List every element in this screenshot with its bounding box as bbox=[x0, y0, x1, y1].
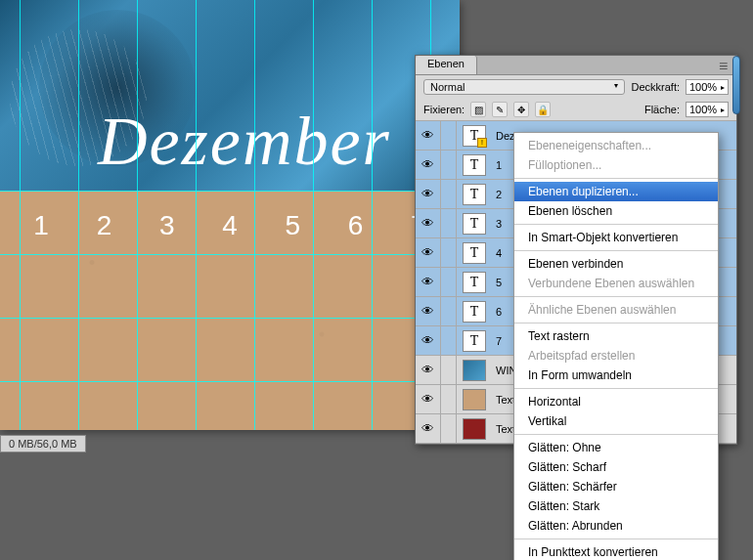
fill-field[interactable]: 100%▸ bbox=[686, 102, 729, 117]
menu-item: Arbeitspfad erstellen bbox=[514, 346, 718, 366]
menu-separator bbox=[514, 538, 718, 539]
panel-menu-icon[interactable]: ≡ bbox=[719, 58, 732, 71]
visibility-toggle-icon[interactable]: 👁 bbox=[416, 151, 441, 179]
menu-item[interactable]: Glätten: Scharf bbox=[514, 457, 718, 477]
menu-item[interactable]: Vertikal bbox=[514, 411, 718, 431]
menu-item[interactable]: Ebenen löschen bbox=[514, 201, 718, 221]
link-column[interactable] bbox=[441, 238, 457, 267]
opacity-value: 100% bbox=[689, 81, 717, 93]
status-bar: 0 MB/56,0 MB bbox=[0, 435, 86, 452]
layer-thumbnail: T bbox=[463, 272, 486, 293]
document-canvas[interactable]: Dezember 1234567 0 MB/56,0 MB bbox=[0, 0, 460, 560]
link-column[interactable] bbox=[441, 151, 457, 179]
visibility-toggle-icon[interactable]: 👁 bbox=[416, 326, 441, 355]
menu-separator bbox=[514, 296, 718, 297]
day-number: 5 bbox=[285, 210, 300, 241]
menu-item[interactable]: Ebenen verbinden bbox=[514, 254, 718, 274]
menu-separator bbox=[514, 323, 718, 323]
menu-separator bbox=[514, 434, 718, 435]
lock-transparency-icon[interactable]: ▨ bbox=[470, 102, 486, 117]
lock-pixels-icon[interactable]: ✎ bbox=[492, 102, 508, 117]
day-number: 2 bbox=[97, 210, 112, 241]
layer-thumbnail: T! bbox=[463, 125, 486, 147]
link-column[interactable] bbox=[441, 297, 457, 325]
menu-item[interactable]: In Smart-Objekt konvertieren bbox=[514, 228, 718, 247]
layer-thumbnail: T bbox=[463, 242, 486, 264]
menu-separator bbox=[514, 178, 718, 179]
blend-mode-value: Normal bbox=[430, 81, 465, 93]
menu-item[interactable]: Text rastern bbox=[514, 326, 718, 346]
layer-thumbnail: T bbox=[463, 154, 486, 176]
opacity-label: Deckkraft: bbox=[631, 81, 680, 93]
warning-icon: ! bbox=[477, 138, 487, 148]
lock-label: Fixieren: bbox=[423, 104, 465, 115]
menu-item[interactable]: Glätten: Abrunden bbox=[514, 516, 718, 536]
link-column[interactable] bbox=[441, 180, 457, 208]
layer-thumbnail: T bbox=[463, 184, 486, 205]
calendar-grid-bg: 1234567 bbox=[0, 191, 460, 430]
blend-mode-select[interactable]: Normal ▾ bbox=[423, 79, 625, 95]
link-column[interactable] bbox=[441, 326, 457, 355]
layer-thumbnail: T bbox=[463, 301, 486, 323]
lock-position-icon[interactable]: ✥ bbox=[513, 102, 529, 117]
day-number: 4 bbox=[222, 210, 238, 241]
visibility-toggle-icon[interactable]: 👁 bbox=[416, 385, 441, 413]
visibility-toggle-icon[interactable]: 👁 bbox=[416, 414, 441, 443]
menu-item[interactable]: In Punkttext konvertieren bbox=[514, 542, 718, 560]
layers-tab[interactable]: Ebenen bbox=[416, 56, 477, 74]
link-column[interactable] bbox=[441, 268, 457, 296]
visibility-toggle-icon[interactable]: 👁 bbox=[416, 121, 441, 150]
menu-item: Ähnliche Ebenen auswählen bbox=[514, 300, 718, 320]
menu-item[interactable]: Glätten: Schärfer bbox=[514, 477, 718, 496]
link-column[interactable] bbox=[441, 209, 457, 237]
layer-thumbnail: T bbox=[463, 213, 486, 235]
menu-separator bbox=[514, 250, 718, 251]
layer-thumbnail: T bbox=[463, 330, 486, 352]
menu-separator bbox=[514, 224, 718, 225]
opacity-field[interactable]: 100%▸ bbox=[686, 79, 729, 95]
menu-item[interactable]: In Form umwandeln bbox=[514, 366, 718, 385]
layer-context-menu: Ebeneneigenschaften...Fülloptionen...Ebe… bbox=[513, 132, 719, 560]
visibility-toggle-icon[interactable]: 👁 bbox=[416, 238, 441, 267]
visibility-toggle-icon[interactable]: 👁 bbox=[416, 297, 441, 325]
menu-item[interactable]: Glätten: Ohne bbox=[514, 438, 718, 457]
link-column[interactable] bbox=[441, 356, 457, 384]
layer-thumbnail bbox=[463, 360, 486, 381]
visibility-toggle-icon[interactable]: 👁 bbox=[416, 356, 441, 384]
winter-image-area: Dezember bbox=[0, 0, 460, 191]
day-number: 3 bbox=[159, 210, 175, 241]
day-number: 1 bbox=[33, 210, 49, 241]
layer-thumbnail bbox=[463, 418, 486, 440]
visibility-toggle-icon[interactable]: 👁 bbox=[416, 180, 441, 208]
link-column[interactable] bbox=[441, 414, 457, 443]
menu-item: Ebeneneigenschaften... bbox=[514, 136, 718, 155]
visibility-toggle-icon[interactable]: 👁 bbox=[416, 268, 441, 296]
link-column[interactable] bbox=[441, 385, 457, 413]
menu-item[interactable]: Ebenen duplizieren... bbox=[514, 182, 718, 201]
menu-item: Fülloptionen... bbox=[514, 155, 718, 175]
link-column[interactable] bbox=[441, 121, 457, 150]
panel-scrollbar[interactable] bbox=[732, 56, 740, 114]
month-title: Dezember bbox=[98, 103, 391, 181]
visibility-toggle-icon[interactable]: 👁 bbox=[416, 209, 441, 237]
day-number: 6 bbox=[348, 210, 364, 241]
menu-item: Verbundene Ebenen auswählen bbox=[514, 274, 718, 293]
menu-item[interactable]: Horizontal bbox=[514, 392, 718, 411]
menu-separator bbox=[514, 388, 718, 389]
layer-thumbnail bbox=[463, 389, 486, 410]
menu-item[interactable]: Glätten: Stark bbox=[514, 496, 718, 516]
lock-all-icon[interactable]: 🔒 bbox=[535, 102, 551, 117]
chevron-down-icon: ▾ bbox=[614, 81, 618, 93]
fill-label: Fläche: bbox=[644, 104, 680, 115]
fill-value: 100% bbox=[689, 104, 717, 115]
